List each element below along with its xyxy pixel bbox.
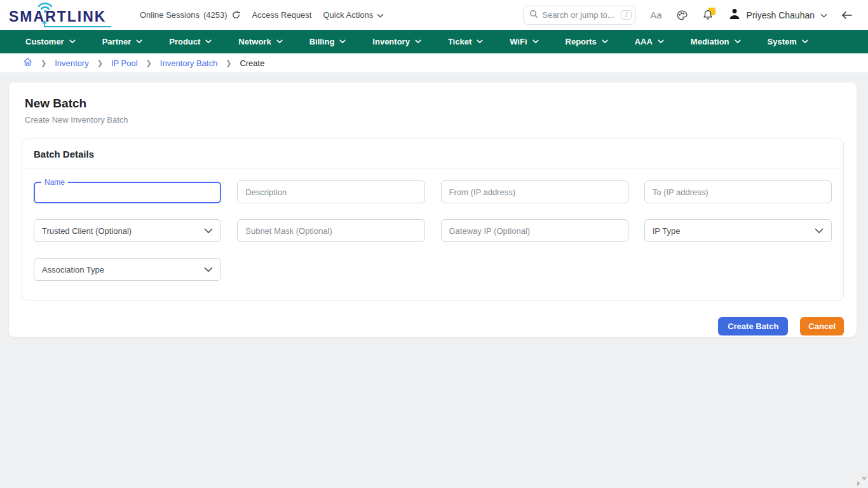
online-sessions-count: (4253) <box>203 10 227 20</box>
nav-item-inventory[interactable]: Inventory <box>372 37 421 46</box>
name-input[interactable] <box>39 187 216 199</box>
nav-item-partner[interactable]: Partner <box>102 37 143 46</box>
back-arrow-icon[interactable] <box>841 10 853 20</box>
online-sessions[interactable]: Online Sessions (4253) <box>140 10 241 20</box>
ip-type-select[interactable]: IP Type <box>644 219 832 242</box>
avatar <box>728 8 741 23</box>
section-title: Batch Details <box>22 139 843 168</box>
association-type-select[interactable]: Association Type <box>34 258 221 281</box>
nav-item-customer[interactable]: Customer <box>25 37 76 46</box>
trusted-client-select[interactable]: Trusted Client (Optional) <box>34 219 221 242</box>
nav-item-reports[interactable]: Reports <box>566 37 608 46</box>
logo-underline <box>44 23 111 27</box>
user-menu[interactable]: Priyesh Chauhan <box>728 8 827 23</box>
breadcrumb-current: Create <box>240 58 264 68</box>
batch-details-form: Name Trusted Client (Optional) IP Type A… <box>22 168 843 300</box>
page-subtitle: Create New Inventory Batch <box>25 115 844 125</box>
nav-item-ticket[interactable]: Ticket <box>448 37 483 46</box>
slash-shortcut-badge: / <box>621 10 632 20</box>
description-input[interactable] <box>237 180 424 203</box>
new-batch-card: New Batch Create New Inventory Batch Bat… <box>9 83 857 337</box>
form-actions: Create Batch Cancel <box>22 317 844 336</box>
quick-actions-menu[interactable]: Quick Actions <box>323 10 384 20</box>
top-header: SMARTLINK Online Sessions (4253) Access … <box>0 0 868 30</box>
chevron-down-icon <box>815 225 824 236</box>
create-batch-button[interactable]: Create Batch <box>718 317 788 336</box>
search-icon <box>529 10 538 21</box>
header-links: Online Sessions (4253) Access Request Qu… <box>140 10 384 20</box>
scrollbar-down-arrow[interactable] <box>862 477 867 480</box>
nav-item-billing[interactable]: Billing <box>309 37 346 46</box>
breadcrumb-link-inventory-batch[interactable]: Inventory Batch <box>160 58 217 68</box>
nav-item-system[interactable]: System <box>768 37 808 46</box>
refresh-icon[interactable] <box>231 10 241 20</box>
notifications-bell-icon[interactable] <box>702 9 714 22</box>
breadcrumb-separator: ❯ <box>97 59 103 67</box>
chevron-down-icon <box>820 10 827 21</box>
scrollbar-right-arrow[interactable] <box>857 481 860 486</box>
search-placeholder: Search or jump to... <box>542 10 617 20</box>
batch-details-section: Batch Details Name Trusted Client (Optio… <box>22 139 844 301</box>
nav-item-aaa[interactable]: AAA <box>635 37 664 46</box>
subnet-mask-input[interactable] <box>237 219 424 242</box>
smartlink-logo[interactable]: SMARTLINK <box>8 3 122 28</box>
nav-item-wifi[interactable]: WiFi <box>510 37 538 46</box>
chevron-down-icon <box>204 225 213 236</box>
home-icon[interactable] <box>23 57 32 69</box>
gateway-ip-input[interactable] <box>441 219 628 242</box>
breadcrumb-separator: ❯ <box>226 59 231 67</box>
chevron-down-icon <box>204 264 213 275</box>
name-field-label: Name <box>41 178 68 187</box>
main-nav: Customer Partner Product Network Billing… <box>0 30 868 53</box>
access-request-link[interactable]: Access Request <box>252 10 312 20</box>
chevron-down-icon <box>377 11 384 20</box>
header-right: Search or jump to... / Aa Priyesh Chauha… <box>523 6 853 25</box>
breadcrumb: ❯ Inventory ❯ IP Pool ❯ Inventory Batch … <box>0 53 868 73</box>
theme-palette-icon[interactable] <box>676 10 688 21</box>
from-ip-input[interactable] <box>441 180 628 203</box>
breadcrumb-separator: ❯ <box>41 59 46 67</box>
user-name: Priyesh Chauhan <box>747 10 815 20</box>
to-ip-input[interactable] <box>644 180 832 203</box>
breadcrumb-separator: ❯ <box>146 59 152 67</box>
nav-item-network[interactable]: Network <box>238 37 282 46</box>
page-title: New Batch <box>25 97 844 111</box>
online-sessions-label: Online Sessions <box>140 10 200 20</box>
breadcrumb-link-ip-pool[interactable]: IP Pool <box>111 58 138 68</box>
font-size-toggle[interactable]: Aa <box>650 10 661 20</box>
search-input[interactable]: Search or jump to... / <box>523 6 636 25</box>
name-field[interactable]: Name <box>34 178 221 203</box>
nav-item-product[interactable]: Product <box>169 37 212 46</box>
cancel-button[interactable]: Cancel <box>800 317 844 336</box>
breadcrumb-link-inventory[interactable]: Inventory <box>55 58 88 68</box>
nav-item-mediation[interactable]: Mediation <box>691 37 741 46</box>
